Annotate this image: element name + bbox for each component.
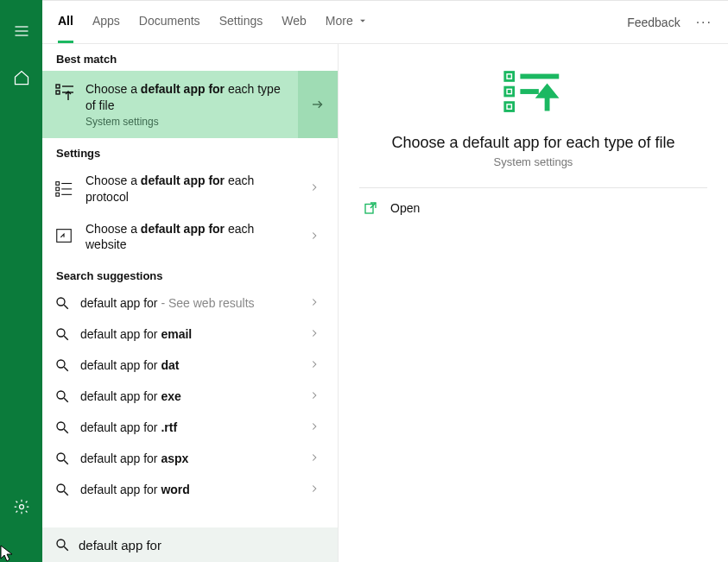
svg-line-21 [64, 368, 68, 372]
open-label: Open [390, 201, 420, 215]
svg-point-3 [19, 505, 23, 509]
expand-preview-button[interactable] [298, 71, 338, 138]
search-icon [54, 537, 70, 553]
suggestion-text: default app for email [80, 327, 298, 341]
chevron-right-icon [308, 483, 320, 497]
svg-point-16 [57, 298, 65, 306]
chevron-down-icon [357, 15, 369, 27]
svg-line-23 [64, 399, 68, 403]
svg-line-25 [64, 430, 68, 434]
search-icon [54, 388, 70, 404]
search-icon [54, 326, 70, 342]
arrow-right-icon [310, 97, 326, 112]
default-apps-icon [54, 179, 75, 199]
open-action[interactable]: Open [359, 188, 707, 228]
feedback-link[interactable]: Feedback [627, 16, 680, 29]
open-icon [363, 200, 378, 216]
suggestion-text: default app for - See web results [80, 296, 298, 310]
default-apps-icon [54, 81, 75, 102]
home-icon[interactable] [11, 67, 32, 88]
svg-point-28 [57, 484, 65, 492]
search-window: All Apps Documents Settings Web More Fee… [42, 0, 728, 562]
tab-apps[interactable]: Apps [92, 1, 120, 43]
svg-point-26 [57, 453, 65, 461]
svg-rect-4 [56, 85, 60, 88]
section-search-suggestions: Search suggestions [42, 261, 338, 287]
gear-icon[interactable] [11, 496, 32, 517]
search-input[interactable] [79, 538, 326, 553]
search-suggestion[interactable]: default app for word [42, 474, 338, 505]
search-bar [42, 527, 338, 562]
chevron-right-icon [308, 230, 320, 244]
suggestion-text: default app for word [80, 483, 298, 496]
tab-more[interactable]: More [326, 1, 369, 43]
tab-web[interactable]: Web [282, 1, 307, 43]
chevron-right-icon [308, 389, 320, 404]
svg-point-24 [57, 422, 65, 430]
svg-point-30 [57, 540, 65, 547]
default-apps-website-icon [54, 226, 75, 247]
svg-line-29 [64, 492, 68, 496]
svg-rect-6 [56, 91, 60, 94]
search-suggestion[interactable]: default app for aspx [42, 443, 338, 474]
chevron-right-icon [308, 451, 320, 466]
svg-rect-35 [507, 90, 510, 93]
cortana-rail [0, 0, 42, 562]
search-topbar: All Apps Documents Settings Web More Fee… [42, 1, 728, 44]
search-icon [54, 451, 70, 466]
section-settings: Settings [42, 138, 338, 165]
search-suggestion[interactable]: default app for email [42, 319, 338, 350]
svg-point-18 [57, 329, 65, 337]
best-match-title: Choose a default app for each type of fi… [85, 81, 289, 114]
preview-pane: Choose a default app for each type of fi… [339, 44, 728, 562]
search-suggestion[interactable]: default app for exe [42, 381, 338, 412]
settings-result[interactable]: Choose a default app for each protocol [42, 165, 338, 213]
settings-result-title: Choose a default app for each website [85, 221, 298, 254]
svg-rect-40 [365, 205, 373, 214]
search-icon [54, 482, 70, 497]
svg-rect-37 [507, 105, 510, 109]
svg-rect-9 [56, 181, 60, 185]
svg-line-27 [64, 461, 68, 465]
svg-point-20 [57, 360, 65, 368]
search-icon [54, 357, 70, 373]
tab-more-label: More [326, 14, 353, 28]
chevron-right-icon [308, 420, 320, 435]
search-suggestion[interactable]: default app for dat [42, 350, 338, 381]
tab-all[interactable]: All [58, 1, 73, 43]
suggestion-text: default app for dat [80, 358, 298, 372]
svg-rect-11 [56, 187, 60, 191]
chevron-right-icon [308, 358, 320, 373]
svg-line-31 [64, 546, 68, 551]
hamburger-icon[interactable] [11, 21, 32, 41]
chevron-right-icon [308, 181, 320, 196]
chevron-right-icon [308, 327, 320, 342]
preview-subtitle: System settings [494, 155, 573, 168]
settings-result-title: Choose a default app for each protocol [85, 173, 298, 205]
svg-line-19 [64, 337, 68, 341]
section-best-match: Best match [42, 44, 338, 71]
tab-documents[interactable]: Documents [139, 1, 200, 43]
svg-rect-13 [56, 193, 60, 196]
svg-rect-33 [507, 75, 510, 79]
svg-rect-39 [520, 89, 538, 94]
suggestion-text: default app for aspx [80, 451, 298, 465]
best-match-result[interactable]: Choose a default app for each type of fi… [42, 71, 338, 138]
best-match-subtitle: System settings [85, 116, 289, 128]
default-apps-hero-icon [500, 68, 567, 117]
suggestion-text: default app for exe [80, 389, 298, 403]
preview-title: Choose a default app for each type of fi… [391, 134, 674, 152]
results-pane: Best match [42, 44, 339, 562]
search-suggestion[interactable]: default app for .rtf [42, 412, 338, 443]
search-icon [54, 420, 70, 435]
suggestion-text: default app for .rtf [80, 420, 298, 434]
svg-point-22 [57, 391, 65, 399]
settings-result[interactable]: Choose a default app for each website [42, 213, 338, 262]
svg-rect-38 [520, 74, 559, 79]
search-suggestion[interactable]: default app for - See web results [42, 287, 338, 319]
more-options-icon[interactable]: ··· [696, 15, 712, 30]
svg-line-17 [64, 306, 68, 310]
tab-settings[interactable]: Settings [219, 1, 263, 43]
chevron-right-icon [308, 296, 320, 311]
search-icon [54, 295, 70, 311]
